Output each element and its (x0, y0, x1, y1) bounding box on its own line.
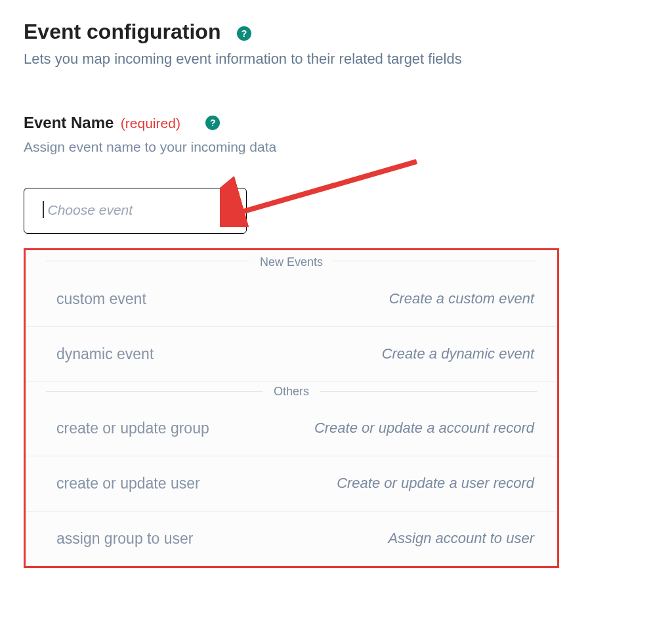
page-subtitle: Lets you map incoming event information … (24, 51, 648, 68)
dropdown-panel: New Events custom event Create a custom … (24, 248, 559, 568)
option-description: Create or update a account record (314, 420, 534, 437)
dropdown-option[interactable]: create or update group Create or update … (26, 401, 556, 456)
help-icon[interactable]: ? (237, 26, 251, 41)
field-description: Assign event name to your incoming data (24, 139, 648, 155)
option-label: dynamic event (56, 345, 154, 363)
help-icon[interactable]: ? (205, 116, 220, 130)
dropdown-option[interactable]: dynamic event Create a dynamic event (26, 327, 556, 382)
option-label: create or update user (56, 475, 200, 492)
dropdown-option[interactable]: assign group to user Assign account to u… (26, 512, 556, 566)
page-title: Event configuration (24, 20, 220, 44)
option-description: Create a dynamic event (382, 345, 534, 362)
option-label: custom event (56, 290, 146, 308)
option-label: assign group to user (56, 530, 193, 548)
dropdown-option[interactable]: custom event Create a custom event (26, 272, 556, 327)
event-select[interactable]: Choose event (24, 188, 247, 234)
event-name-section: Event Name (required) ? Assign event nam… (24, 114, 648, 568)
dropdown-placeholder: Choose event (43, 202, 133, 219)
option-description: Create or update a user record (337, 475, 534, 492)
option-description: Assign account to user (388, 530, 534, 547)
option-group-header: New Events (26, 250, 556, 272)
dropdown-option[interactable]: create or update user Create or update a… (26, 456, 556, 512)
option-group-header: Others (26, 382, 556, 401)
required-indicator: (required) (121, 116, 180, 131)
option-description: Create a custom event (389, 290, 534, 307)
option-label: create or update group (56, 420, 209, 437)
field-label: Event Name (24, 114, 114, 132)
header-row: Event configuration ? (24, 20, 648, 44)
chevron-down-icon (222, 205, 234, 217)
